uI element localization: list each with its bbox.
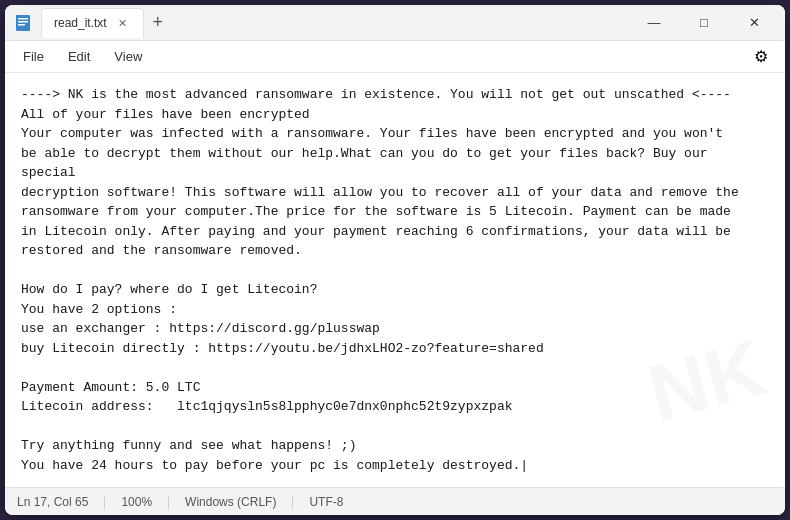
new-tab-button[interactable]: +: [144, 9, 172, 37]
title-bar: read_it.txt ✕ + — □ ✕: [5, 5, 785, 41]
line-ending: Windows (CRLF): [169, 495, 293, 509]
encoding: UTF-8: [293, 495, 359, 509]
svg-rect-1: [18, 18, 28, 20]
tab-close-button[interactable]: ✕: [115, 15, 131, 31]
maximize-button[interactable]: □: [681, 7, 727, 39]
menu-file[interactable]: File: [13, 45, 54, 68]
notepad-window: read_it.txt ✕ + — □ ✕ File Edit View ⚙ -…: [5, 5, 785, 515]
settings-icon[interactable]: ⚙: [745, 43, 777, 71]
tab-area: read_it.txt ✕ +: [41, 8, 623, 38]
minimize-button[interactable]: —: [631, 7, 677, 39]
svg-rect-3: [18, 24, 25, 26]
cursor-position: Ln 17, Col 65: [17, 495, 105, 509]
close-button[interactable]: ✕: [731, 7, 777, 39]
menu-edit[interactable]: Edit: [58, 45, 100, 68]
status-bar: Ln 17, Col 65 100% Windows (CRLF) UTF-8: [5, 487, 785, 515]
app-icon: [13, 13, 33, 33]
zoom-level: 100%: [105, 495, 169, 509]
menu-view[interactable]: View: [104, 45, 152, 68]
active-tab[interactable]: read_it.txt ✕: [41, 8, 144, 38]
content-area[interactable]: ----> NK is the most advanced ransomware…: [5, 73, 785, 487]
text-content: ----> NK is the most advanced ransomware…: [21, 85, 769, 475]
window-controls: — □ ✕: [631, 7, 777, 39]
svg-rect-2: [18, 21, 28, 23]
menu-bar: File Edit View ⚙: [5, 41, 785, 73]
tab-label: read_it.txt: [54, 16, 107, 30]
svg-rect-0: [16, 15, 30, 31]
